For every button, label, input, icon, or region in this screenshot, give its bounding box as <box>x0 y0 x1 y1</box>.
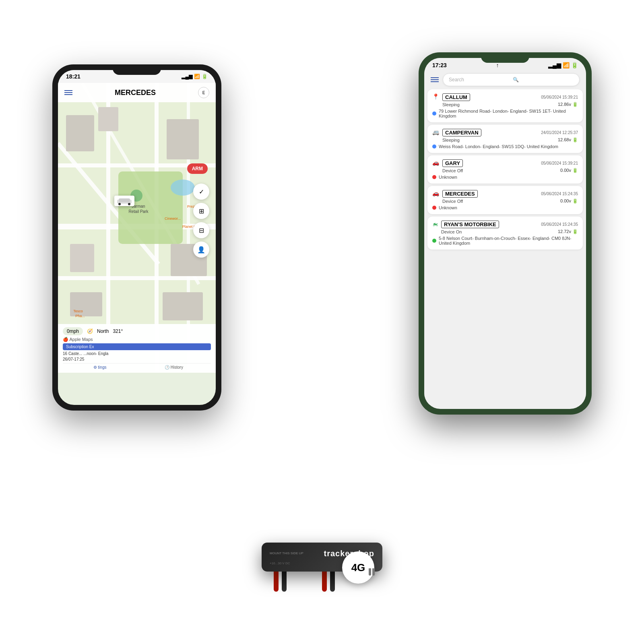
wifi-icon: 📶 <box>194 74 200 79</box>
person-button[interactable]: 👤 <box>193 242 209 258</box>
device-item-ryans-motorbike[interactable]: 🏍 RYAN'S MOTORBIKE 05/06/2024 15:24:35 D… <box>427 217 583 250</box>
left-status-icons: ▂▄▆ 📶 🔋 <box>182 74 208 79</box>
grid2-button[interactable]: ⊟ <box>193 222 209 238</box>
right-time: 17:23 <box>432 62 447 68</box>
callum-name-row: CALLUM 05/06/2024 15:39:21 <box>442 93 578 101</box>
search-placeholder: Search <box>449 77 510 83</box>
callum-time: 05/06/2024 15:39:21 <box>541 95 578 99</box>
campervan-status: Sleeping <box>442 138 460 142</box>
apple-maps-icon: 🍎 <box>63 337 68 342</box>
motorbike-address-text: 5-8 Nelson Court- Burnham-on-Crouch- Ess… <box>439 236 578 246</box>
settings-tab[interactable]: ⚙ tings <box>63 365 137 369</box>
map-area[interactable]: Jarman Retail Park Prezzo Cinewor... Pla… <box>58 83 216 373</box>
right-phone-notch <box>481 52 529 63</box>
grid-button[interactable]: ⊞ <box>193 203 209 219</box>
mercedes-voltage: 0.00v 🔋 <box>560 198 578 204</box>
svg-rect-12 <box>98 107 118 131</box>
right-status-icons: ▂▄▆ 📶 🔋 <box>548 62 578 68</box>
check-button[interactable]: ✓ <box>193 184 209 200</box>
device-item-gary[interactable]: 🚗 GARY 05/06/2024 15:39:21 Device Off 0.… <box>427 155 583 184</box>
motorbike-icon: 🏍 <box>432 221 438 227</box>
left-phone-notch <box>113 64 161 75</box>
device-header-mercedes: 🚗 MERCEDES 05/06/2024 15:24:35 Device Of… <box>432 190 578 204</box>
mercedes-dot <box>432 206 436 210</box>
right-phone: 17:23 ↑ ▂▄▆ 📶 🔋 Search 🔍 <box>419 52 592 415</box>
svg-rect-11 <box>66 115 94 151</box>
svg-rect-9 <box>118 171 183 244</box>
svg-rect-13 <box>167 119 199 159</box>
gary-address: Unknown <box>432 175 578 180</box>
right-menu-icon[interactable] <box>431 77 439 82</box>
tracker-body: MOUNT THIS SIDE UP trackershop +10...30 … <box>262 543 382 572</box>
svg-rect-17 <box>163 292 203 320</box>
gary-name-row: GARY 05/06/2024 15:39:21 <box>442 159 578 167</box>
callum-status: Sleeping <box>442 102 460 107</box>
direction-label: 🧭 <box>87 328 93 334</box>
device-list: 📍 CALLUM 05/06/2024 15:39:21 Sleeping 12… <box>424 89 586 404</box>
motorbike-time: 05/06/2024 15:24:35 <box>541 222 578 227</box>
gary-voltage: 0.00v 🔋 <box>560 168 578 173</box>
mercedes-battery-icon: 🔋 <box>572 198 578 203</box>
mercedes-status: Device Off <box>442 199 463 204</box>
arm-button[interactable]: ARM <box>187 163 208 174</box>
campervan-address: Weiss Road- London- England- SW15 1DQ- U… <box>432 144 578 149</box>
svg-point-30 <box>128 203 130 205</box>
mercedes-status-row: Device Off 0.00v 🔋 <box>442 198 578 204</box>
right-signal-icon: ▂▄▆ <box>548 62 561 68</box>
motorbike-address: 5-8 Nelson Court- Burnham-on-Crouch- Ess… <box>432 236 578 246</box>
right-battery-icon: 🔋 <box>571 62 578 68</box>
mercedes-address: Unknown <box>432 205 578 210</box>
history-tab[interactable]: 🕐 History <box>137 365 211 369</box>
mercedes-info: MERCEDES 05/06/2024 15:24:35 Device Off … <box>442 190 578 204</box>
device-header-callum: 📍 CALLUM 05/06/2024 15:39:21 Sleeping 12… <box>432 93 578 107</box>
gary-status-row: Device Off 0.00v 🔋 <box>442 168 578 173</box>
gary-address-text: Unknown <box>439 175 457 180</box>
compass: E <box>198 87 209 98</box>
callum-address: 79 Lower Richmond Road- London- England-… <box>432 109 578 118</box>
motorbike-battery-icon: 🔋 <box>572 229 578 234</box>
gary-icon: 🚗 <box>432 159 439 166</box>
gary-name: GARY <box>442 159 463 167</box>
gary-battery-icon: 🔋 <box>572 168 578 173</box>
right-phone-screen: 17:23 ↑ ▂▄▆ 📶 🔋 Search 🔍 <box>424 58 586 409</box>
campervan-voltage: 12.68v 🔋 <box>558 137 578 142</box>
campervan-info: CAMPERVAN 24/01/2024 12:25:37 Sleeping 1… <box>442 129 578 142</box>
compass-label: E <box>202 91 205 95</box>
left-phone-screen: 18:21 ▂▄▆ 📶 🔋 <box>58 70 216 405</box>
device-header-campervan: 🚐 CAMPERVAN 24/01/2024 12:25:37 Sleeping… <box>432 129 578 142</box>
device-header-gary: 🚗 GARY 05/06/2024 15:39:21 Device Off 0.… <box>432 159 578 173</box>
speed-value: 0mph <box>67 328 79 334</box>
map-title: MERCEDES <box>76 89 194 97</box>
motorbike-name-row: RYAN'S MOTORBIKE 05/06/2024 15:24:35 <box>441 221 578 228</box>
search-icon: 🔍 <box>513 77 574 83</box>
campervan-battery-icon: 🔋 <box>572 137 578 142</box>
mercedes-address-text: Unknown <box>439 205 457 210</box>
tracker-device: MOUNT THIS SIDE UP trackershop +10...30 … <box>246 543 398 572</box>
badge-4g: 4G <box>342 551 374 584</box>
direction-value: North <box>97 328 109 334</box>
gary-info: GARY 05/06/2024 15:39:21 Device Off 0.00… <box>442 159 578 173</box>
battery-icon: 🔋 <box>202 74 208 79</box>
map-controls: ✓ ⊞ ⊟ 👤 <box>193 184 209 258</box>
right-nav: Search 🔍 <box>424 71 586 89</box>
device-item-callum[interactable]: 📍 CALLUM 05/06/2024 15:39:21 Sleeping 12… <box>427 89 583 122</box>
gary-status: Device Off <box>442 168 463 173</box>
footer-tabs: ⚙ tings 🕐 History <box>63 363 211 369</box>
campervan-address-text: Weiss Road- London- England- SW15 1DQ- U… <box>439 144 558 149</box>
right-wifi-icon: 📶 <box>563 62 570 68</box>
callum-dot <box>432 111 436 116</box>
device-item-campervan[interactable]: 🚐 CAMPERVAN 24/01/2024 12:25:37 Sleeping… <box>427 125 583 153</box>
campervan-icon: 🚐 <box>432 129 439 135</box>
tracker-mount-label: MOUNT THIS SIDE UP <box>270 551 303 555</box>
heading-value: 321° <box>113 328 123 334</box>
pin2 <box>372 568 375 576</box>
menu-icon[interactable] <box>64 90 72 95</box>
device-item-mercedes[interactable]: 🚗 MERCEDES 05/06/2024 15:24:35 Device Of… <box>427 186 583 214</box>
motorbike-status-row: Device On 12.72v 🔋 <box>441 229 578 234</box>
campervan-name: CAMPERVAN <box>442 129 481 136</box>
search-bar[interactable]: Search 🔍 <box>443 73 580 86</box>
callum-address-text: 79 Lower Richmond Road- London- England-… <box>439 109 578 118</box>
campervan-dot <box>432 144 436 149</box>
map-footer: 0mph 🧭 North 321° 🍎 Apple Maps Subscript… <box>58 324 216 373</box>
svg-point-29 <box>118 203 121 205</box>
